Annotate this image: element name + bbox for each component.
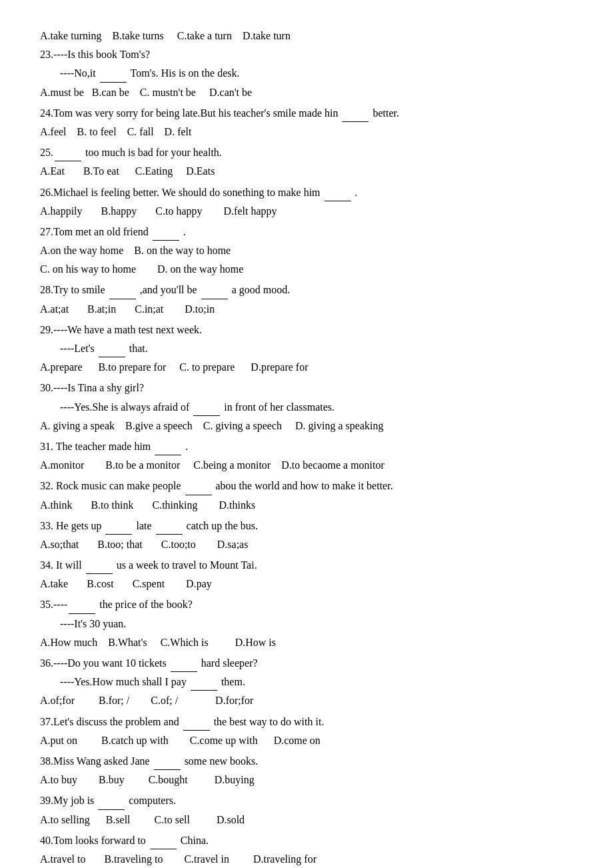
q39: 39.My job is computers. A.to selling B.s…	[40, 791, 573, 828]
q32-stem: 32. Rock music can make people abou the …	[40, 477, 573, 495]
q26: 26.Michael is feeling better. We should …	[40, 183, 573, 220]
q24-stem: 24.Tom was very sorry for being late.But…	[40, 104, 573, 122]
q38: 38.Miss Wang asked Jane some new books. …	[40, 752, 573, 789]
q29-options: A.prepare B.to prepare for C. to prepare…	[40, 358, 573, 376]
q31: 31. The teacher made him . A.monitor B.t…	[40, 437, 573, 474]
q27-stem: 27.Tom met an old friend .	[40, 223, 573, 241]
q34-options: A.take B.cost C.spent D.pay	[40, 575, 573, 593]
q29-reply: ----Let's that.	[40, 339, 573, 357]
q40-stem: 40.Tom looks forward to China.	[40, 831, 573, 849]
q39-stem: 39.My job is computers.	[40, 791, 573, 809]
q30: 30.----Is Tina a shy girl? ----Yes.She i…	[40, 379, 573, 435]
q37: 37.Let's discuss the problem and the bes…	[40, 713, 573, 749]
q29: 29.----We have a math test next week. --…	[40, 321, 573, 377]
q32: 32. Rock music can make people abou the …	[40, 477, 573, 513]
q24: 24.Tom was very sorry for being late.But…	[40, 104, 573, 141]
q24-options: A.feel B. to feel C. fall D. felt	[40, 123, 573, 141]
q25-stem: 25. too much is bad for your health.	[40, 143, 573, 161]
q31-stem: 31. The teacher made him .	[40, 437, 573, 455]
q35: 35.---- the price of the book? ----It's …	[40, 595, 573, 651]
q28-options: A.at;at B.at;in C.in;at D.to;in	[40, 300, 573, 318]
q40: 40.Tom looks forward to China. A.travel …	[40, 831, 573, 868]
q35-stem: 35.---- the price of the book?	[40, 595, 573, 613]
q23-reply: ----No,it Tom's. His is on the desk.	[40, 64, 573, 82]
q28: 28.Try to smile ,and you'll be a good mo…	[40, 281, 573, 317]
q27-opt-cd: C. on his way to home D. on the way home	[40, 260, 573, 278]
q40-options: A.travel to B.traveling to C.travel in D…	[40, 850, 573, 868]
q25-options: A.Eat B.To eat C.Eating D.Eats	[40, 162, 573, 180]
q39-options: A.to selling B.sell C.to sell D.sold	[40, 811, 573, 829]
q36: 36.----Do you want 10 tickets hard sleep…	[40, 654, 573, 710]
q23: 23.----Is this book Tom's? ----No,it Tom…	[40, 45, 573, 101]
q33-stem: 33. He gets up late catch up the bus.	[40, 517, 573, 535]
q38-stem: 38.Miss Wang asked Jane some new books.	[40, 752, 573, 770]
q31-options: A.monitor B.to be a monitor C.being a mo…	[40, 456, 573, 474]
q36-reply: ----Yes.How much shall I pay them.	[40, 673, 573, 691]
q30-options: A. giving a speak B.give a speech C. giv…	[40, 417, 573, 435]
q37-options: A.put on B.catch up with C.come up with …	[40, 731, 573, 749]
q30-reply: ----Yes.She is always afraid of in front…	[40, 398, 573, 416]
q36-stem: 36.----Do you want 10 tickets hard sleep…	[40, 654, 573, 672]
q34: 34. It will us a week to travel to Mount…	[40, 556, 573, 593]
line-1: A.take turning B.take turns C.take a tur…	[40, 27, 573, 45]
q27-opt-ab: A.on the way home B. on the way to home	[40, 241, 573, 259]
q34-stem: 34. It will us a week to travel to Mount…	[40, 556, 573, 574]
q35-options: A.How much B.What's C.Which is D.How is	[40, 633, 573, 651]
exam-content: A.take turning B.take turns C.take a tur…	[40, 27, 573, 868]
q23-options: A.must be B.can be C. mustn't be D.can't…	[40, 83, 573, 101]
q36-options: A.of;for B.for; / C.of; / D.for;for	[40, 691, 573, 709]
q35-reply: ----It's 30 yuan.	[40, 615, 573, 633]
q23-stem: 23.----Is this book Tom's?	[40, 45, 573, 63]
q30-stem: 30.----Is Tina a shy girl?	[40, 379, 573, 397]
q26-stem: 26.Michael is feeling better. We should …	[40, 183, 573, 201]
q27: 27.Tom met an old friend . A.on the way …	[40, 223, 573, 279]
q26-options: A.happily B.happy C.to happy D.felt happ…	[40, 202, 573, 220]
q25: 25. too much is bad for your health. A.E…	[40, 143, 573, 180]
q33-options: A.so;that B.too; that C.too;to D.sa;as	[40, 535, 573, 553]
q29-stem: 29.----We have a math test next week.	[40, 321, 573, 339]
q37-stem: 37.Let's discuss the problem and the bes…	[40, 713, 573, 731]
q32-options: A.think B.to think C.thinking D.thinks	[40, 496, 573, 514]
q38-options: A.to buy B.buy C.bought D.buying	[40, 771, 573, 789]
q33: 33. He gets up late catch up the bus. A.…	[40, 517, 573, 553]
q28-stem: 28.Try to smile ,and you'll be a good mo…	[40, 281, 573, 299]
